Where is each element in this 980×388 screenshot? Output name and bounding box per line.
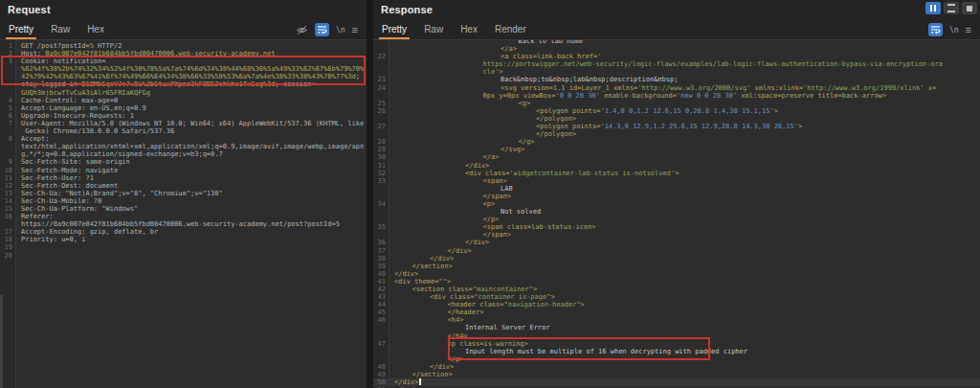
wrap-lines-icon[interactable] [928, 23, 943, 36]
code-line[interactable]: Not solved [373, 208, 980, 216]
line-number: 16 [0, 213, 16, 220]
wrap-lines-icon[interactable] [315, 23, 329, 36]
code-line[interactable]: 34<p> [373, 200, 980, 208]
code-line[interactable]: Gecko) Chrome/138.0.0.0 Safari/537.36 [0, 127, 367, 135]
code-line[interactable]: </polygon> [373, 130, 980, 138]
code-line[interactable]: 25<g> [373, 100, 980, 107]
line-number: 27 [373, 123, 390, 130]
code-line[interactable]: 3Cookie: notification= [0, 57, 367, 65]
code-line[interactable]: https://0a9c007e042f81b684bb5fbd00470006… [0, 220, 367, 228]
code-line[interactable]: 8Accept: [0, 135, 367, 143]
code-line[interactable]: 0px y=0px viewBox='0 0 28 30' enable-bac… [373, 92, 980, 100]
code-line[interactable]: 19 [0, 243, 367, 251]
code-line[interactable]: 40</div> [373, 270, 980, 278]
code-line[interactable]: 36</div> [373, 239, 980, 246]
request-left-scrollbar[interactable] [0, 295, 3, 388]
code-line[interactable]: 4Cache-Control: max-age=0 [0, 97, 367, 104]
code-line[interactable]: </span> [373, 193, 980, 200]
code-line[interactable]: 33<span> [373, 177, 980, 185]
tab-raw[interactable]: Raw [42, 21, 78, 38]
code-line[interactable]: 39</section> [373, 262, 980, 270]
code-line[interactable]: </polygon> [373, 115, 980, 123]
code-line[interactable]: 6Upgrade-Insecure-Requests: 1 [0, 112, 367, 120]
code-text: LAB [390, 185, 513, 193]
code-line[interactable]: </p> [373, 355, 980, 363]
code-line[interactable]: 17Accept-Encoding: gzip, deflate, br [0, 228, 367, 236]
code-line[interactable]: Internal Server Error [373, 324, 980, 331]
code-line[interactable]: 26<polygon points='1.4,0 0,1.2 12.6,15 0… [373, 107, 980, 115]
code-line[interactable]: 27<polygon points='14.3,0 12.9,1.2 25.6,… [373, 123, 980, 130]
code-line[interactable]: 23Back&nbsp;to&nbsp;lab&nbsp;description… [373, 76, 980, 83]
code-line[interactable]: %62%4f%38%2b%74%32%34%52%4f%30%78%5a%7a%… [0, 65, 367, 73]
editor-menu-icon[interactable]: ≡ [352, 25, 358, 34]
tab-hex[interactable]: Hex [452, 21, 486, 38]
code-line[interactable]: 31</div> [373, 162, 980, 170]
code-line[interactable]: 14Sec-Ch-Ua-Mobile: ?0 [0, 197, 367, 205]
line-number: 50 [373, 378, 390, 386]
panel-divider[interactable] [367, 0, 373, 388]
code-line[interactable]: 28</g> [373, 138, 980, 146]
code-line[interactable]: 7User-Agent: Mozilla/5.0 (Windows NT 10.… [0, 120, 367, 127]
code-line[interactable]: 24<svg version=1.1 id=Layer_1 xmlns='htt… [373, 84, 980, 92]
code-line[interactable]: 1GET /post?postId=5 HTTP/2 [0, 42, 367, 50]
pause-button[interactable] [925, 2, 941, 14]
code-line[interactable]: 44<header class="navigation-header"> [373, 301, 980, 308]
code-line[interactable]: 35<span class=lab-status-icon> [373, 223, 980, 231]
code-line[interactable]: GUQh3mjbcwfTvCuA3iAlr65FRIaKQFGg [0, 89, 367, 97]
code-line[interactable]: 41<div theme=""> [373, 278, 980, 285]
code-line[interactable]: 15Sec-Ch-Ua-Platform: "Windows" [0, 205, 367, 213]
code-line[interactable]: 5Accept-Language: en-US,en;q=0.9 [0, 104, 367, 112]
code-line[interactable]: 11Sec-Fetch-User: ?1 [0, 174, 367, 182]
show-newlines-icon[interactable]: \n [949, 26, 959, 34]
code-text: Upgrade-Insecure-Requests: 1 [16, 112, 134, 120]
code-line[interactable]: Input length must be multiple of 16 when… [373, 348, 980, 355]
code-line[interactable]: 29</svg> [373, 146, 980, 153]
code-line[interactable]: 32<div class='widgetcontainer-lab-status… [373, 170, 980, 177]
code-line[interactable]: stay-logged-in=B1BMbEqoVJs7vBi%2b5tuxPXp… [0, 80, 367, 88]
code-line[interactable]: </span> [373, 231, 980, 239]
tab-hex[interactable]: Hex [78, 21, 113, 38]
code-line[interactable]: g,*/*;q=0.8,application/signed-exchange;… [0, 150, 367, 158]
code-line[interactable]: 37</div> [373, 247, 980, 255]
code-line[interactable]: </p> [373, 216, 980, 223]
code-line[interactable]: 18Priority: u=0, i [0, 236, 367, 243]
lines-button[interactable] [944, 2, 959, 14]
code-line[interactable]: 42%79%42%43%63%67%41%6f%74%49%66%64%34%3… [0, 73, 367, 80]
hide-highlights-eye-icon[interactable] [296, 24, 308, 36]
line-number: 1 [0, 42, 16, 50]
code-line[interactable]: 45</header> [373, 308, 980, 316]
code-line[interactable]: https://portswigger.net/web-security/log… [373, 60, 980, 68]
code-line[interactable]: 49</section> [373, 371, 980, 378]
tab-raw[interactable]: Raw [415, 21, 452, 38]
code-line[interactable]: </a> [373, 45, 980, 53]
code-line[interactable]: LAB [373, 185, 980, 193]
code-line[interactable]: 46<h4> [373, 316, 980, 324]
code-line[interactable]: </h4> [373, 332, 980, 340]
show-newlines-icon[interactable]: \n [336, 26, 345, 34]
tab-render[interactable]: Render [486, 21, 535, 38]
code-line[interactable]: 47<p class=is-warning> [373, 340, 980, 348]
code-line[interactable]: 38</div> [373, 255, 980, 262]
editor-menu-icon[interactable]: ≡ [966, 25, 971, 34]
code-line[interactable]: 13Sec-Ch-Ua: "Not)A;Brand";v="8", "Chrom… [0, 190, 367, 197]
code-text: <a class=link-back href=' [390, 53, 601, 60]
code-line[interactable]: 12Sec-Fetch-Dest: document [0, 182, 367, 190]
code-line[interactable]: 20 [0, 252, 367, 260]
code-line[interactable]: 16Referer: [0, 213, 367, 220]
request-editor[interactable]: 1GET /post?postId=5 HTTP/22Host: 0a9c007… [0, 40, 367, 388]
code-line[interactable]: 43<div class="container is-page"> [373, 293, 980, 301]
code-line[interactable]: 9Sec-Fetch-Site: same-origin [0, 158, 367, 166]
tab-pretty[interactable]: Pretty [373, 21, 415, 38]
code-line[interactable]: 30</a> [373, 153, 980, 161]
code-line[interactable]: 22<a class=link-back href=' [373, 53, 980, 60]
tab-pretty[interactable]: Pretty [0, 21, 42, 38]
stop-button[interactable] [962, 2, 977, 14]
code-line[interactable]: 10Sec-Fetch-Mode: navigate [0, 167, 367, 174]
code-line[interactable]: 2Host: 0a9c007e042f81b684bb5fbd00470006.… [0, 50, 367, 57]
code-line[interactable]: 48</div> [373, 363, 980, 371]
code-line[interactable]: 42<section class="maincontainer"> [373, 285, 980, 293]
code-line[interactable]: text/html,application/xhtml+xml,applicat… [0, 143, 367, 150]
response-editor[interactable]: Back to lab home</a>22<a class=link-back… [373, 40, 980, 388]
code-line[interactable]: cle'> [373, 68, 980, 76]
code-line[interactable]: 50</div> [373, 378, 980, 386]
